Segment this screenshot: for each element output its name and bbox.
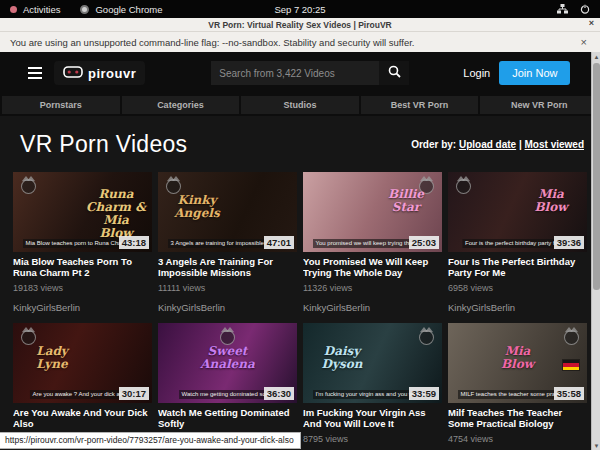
order-by-upload-date-link[interactable]: Upload date bbox=[459, 139, 516, 150]
video-card[interactable]: Runa Charm & Mia BlowMia Blow teaches po… bbox=[13, 172, 152, 313]
duration-badge: 33:59 bbox=[409, 387, 439, 400]
video-thumbnail[interactable]: Daisy DysonI'm fucking your virgin ass a… bbox=[303, 323, 442, 403]
network-icon[interactable] bbox=[557, 4, 568, 14]
window-title: VR Porn: Virtual Reality Sex Videos | Pi… bbox=[208, 20, 391, 30]
video-title[interactable]: Are You Awake And Your Dick Also bbox=[13, 407, 152, 429]
nav-item-studios[interactable]: Studios bbox=[241, 96, 359, 114]
nav-item-categories[interactable]: Categories bbox=[122, 96, 240, 114]
duration-badge: 47:01 bbox=[264, 236, 294, 249]
search-icon bbox=[388, 65, 401, 81]
scrollbar-up-icon[interactable]: ▲ bbox=[592, 52, 600, 61]
scrollbar-down-icon[interactable]: ▼ bbox=[592, 441, 600, 450]
warning-text: You are using an unsupported command-lin… bbox=[10, 37, 578, 48]
duration-badge: 25:03 bbox=[409, 236, 439, 249]
thumbnail-overlay-name: Billie Star bbox=[375, 188, 437, 214]
app-menu-button[interactable]: Google Chrome bbox=[95, 4, 162, 15]
video-title[interactable]: You Promised We Will Keep Trying The Who… bbox=[303, 256, 442, 278]
video-card[interactable]: Daisy DysonI'm fucking your virgin ass a… bbox=[303, 323, 442, 450]
order-by: Order by: Upload date | Most viewed bbox=[411, 139, 584, 150]
video-card[interactable]: Billie StarYou promised we will keep try… bbox=[303, 172, 442, 313]
warning-close-icon[interactable]: × bbox=[578, 36, 590, 48]
search-input[interactable] bbox=[211, 61, 379, 85]
video-thumbnail[interactable]: Kinky Angels3 Angels are training for im… bbox=[158, 172, 297, 252]
chrome-warning-bar: You are using an unsupported command-lin… bbox=[0, 31, 600, 52]
video-title[interactable]: Im Fucking Your Virgin Ass And You Will … bbox=[303, 407, 442, 429]
video-card[interactable]: Mia BlowFour is the perfect birthday par… bbox=[448, 172, 587, 313]
video-thumbnail[interactable]: Runa Charm & Mia BlowMia Blow teaches po… bbox=[13, 172, 152, 252]
video-card[interactable]: Sweet AnalenaWatch me getting dominated … bbox=[158, 323, 297, 450]
search-button[interactable] bbox=[379, 61, 409, 85]
video-title[interactable]: Watch Me Getting Dominated Softly bbox=[158, 407, 297, 429]
vr-goggles-icon bbox=[63, 64, 83, 82]
video-title[interactable]: 3 Angels Are Training For Impossible Mis… bbox=[158, 256, 297, 278]
order-by-separator: | bbox=[519, 139, 522, 150]
power-icon[interactable] bbox=[580, 4, 590, 14]
video-views: 11111 views bbox=[158, 283, 297, 293]
video-thumbnail[interactable]: Mia BlowMILF teaches the teacher some pr… bbox=[448, 323, 587, 403]
order-by-most-viewed-link[interactable]: Most viewed bbox=[525, 139, 584, 150]
studio-cat-mask-icon bbox=[166, 179, 181, 194]
studio-cat-mask-icon bbox=[21, 179, 36, 194]
main-nav: Pornstars Categories Studios Best VR Por… bbox=[0, 94, 600, 116]
browser-viewport: pirouvr Login Join Now Pornstars Categor… bbox=[0, 52, 600, 450]
thumbnail-caption: Watch me getting dominated softly bbox=[179, 390, 277, 399]
studio-cat-mask-icon bbox=[21, 330, 36, 345]
studio-cat-mask-icon bbox=[220, 330, 235, 345]
thumbnail-overlay-name: Lady Lyne bbox=[21, 345, 83, 371]
video-title[interactable]: Milf Teaches The Teacher Some Practical … bbox=[448, 407, 587, 429]
video-views: 6958 views bbox=[448, 283, 587, 293]
duration-badge: 35:58 bbox=[554, 387, 584, 400]
system-menu-bar: Activities Google Chrome Sep 7 20:25 bbox=[0, 0, 600, 18]
video-card[interactable]: Mia BlowMILF teaches the teacher some pr… bbox=[448, 323, 587, 450]
activities-button[interactable]: Activities bbox=[23, 4, 60, 15]
duration-badge: 36:30 bbox=[264, 387, 294, 400]
logo-text: pirouvr bbox=[88, 66, 136, 81]
chrome-app-icon bbox=[80, 5, 89, 14]
video-studio-link[interactable]: KinkyGirlsBerlin bbox=[158, 302, 297, 313]
site-header: pirouvr Login Join Now bbox=[0, 52, 600, 94]
video-thumbnail[interactable]: Billie StarYou promised we will keep try… bbox=[303, 172, 442, 252]
activities-indicator-icon bbox=[10, 6, 17, 13]
login-link[interactable]: Login bbox=[463, 67, 490, 79]
site-logo[interactable]: pirouvr bbox=[54, 61, 145, 85]
video-views: 8795 views bbox=[303, 434, 442, 444]
scrollbar-thumb[interactable] bbox=[593, 63, 600, 290]
duration-badge: 30:17 bbox=[119, 387, 149, 400]
thumbnail-overlay-name: Daisy Dyson bbox=[311, 345, 373, 371]
video-views: 4754 views bbox=[448, 434, 587, 444]
studio-cat-mask-icon bbox=[564, 330, 579, 345]
video-studio-link[interactable]: KinkyGirlsBerlin bbox=[13, 302, 152, 313]
page-title: VR Porn Videos bbox=[20, 131, 187, 158]
search-bar bbox=[211, 61, 409, 85]
hamburger-menu-icon[interactable] bbox=[28, 67, 42, 79]
window-close-icon[interactable]: × bbox=[589, 18, 594, 28]
video-card[interactable]: Lady LyneAre you awake ? And your dick a… bbox=[13, 323, 152, 450]
nav-item-best-vr-porn[interactable]: Best VR Porn bbox=[361, 96, 479, 114]
video-studio-link[interactable]: KinkyGirlsBerlin bbox=[303, 302, 442, 313]
thumbnail-overlay-name: Mia Blow bbox=[487, 345, 549, 371]
thumbnail-overlay-name: Mia Blow bbox=[520, 188, 582, 214]
video-title[interactable]: Mia Blow Teaches Porn To Runa Charm Pt 2 bbox=[13, 256, 152, 278]
video-grid: Runa Charm & Mia BlowMia Blow teaches po… bbox=[0, 172, 600, 450]
video-studio-link[interactable]: KinkyGirlsBerlin bbox=[448, 302, 587, 313]
video-thumbnail[interactable]: Sweet AnalenaWatch me getting dominated … bbox=[158, 323, 297, 403]
window-title-bar: VR Porn: Virtual Reality Sex Videos | Pi… bbox=[0, 18, 600, 31]
thumbnail-overlay-name: Sweet Analena bbox=[197, 345, 259, 371]
video-thumbnail[interactable]: Mia BlowFour is the perfect birthday par… bbox=[448, 172, 587, 252]
scrollbar[interactable]: ▲ ▼ bbox=[591, 52, 600, 450]
duration-badge: 43:18 bbox=[119, 236, 149, 249]
page-head: VR Porn Videos Order by: Upload date | M… bbox=[0, 116, 600, 172]
studio-cat-mask-icon bbox=[456, 179, 471, 194]
nav-item-pornstars[interactable]: Pornstars bbox=[2, 96, 120, 114]
join-now-button[interactable]: Join Now bbox=[499, 61, 570, 85]
video-thumbnail[interactable]: Lady LyneAre you awake ? And your dick a… bbox=[13, 323, 152, 403]
video-views: 19183 views bbox=[13, 283, 152, 293]
status-url-bubble: https://pirouvr.com/vr-porn-video/779325… bbox=[0, 432, 301, 449]
video-views: 11326 views bbox=[303, 283, 442, 293]
nav-item-new-vr-porn[interactable]: New VR Porn bbox=[480, 96, 598, 114]
studio-cat-mask-icon bbox=[419, 330, 434, 345]
thumbnail-overlay-name: Kinky Angels bbox=[166, 194, 228, 220]
video-title[interactable]: Four Is The Perfect Birthday Party For M… bbox=[448, 256, 587, 278]
duration-badge: 39:36 bbox=[554, 236, 584, 249]
video-card[interactable]: Kinky Angels3 Angels are training for im… bbox=[158, 172, 297, 313]
